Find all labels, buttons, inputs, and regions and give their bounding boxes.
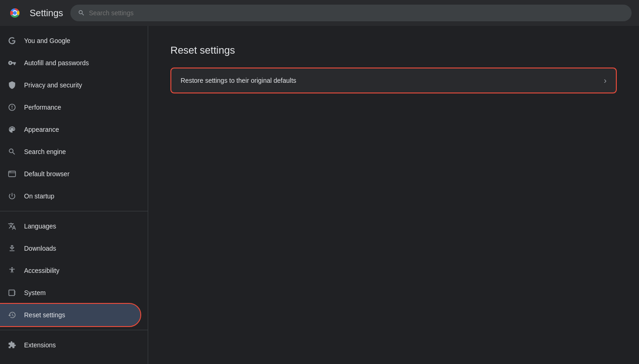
sidebar-label-system: System — [24, 289, 46, 296]
sidebar: You and Google Autofill and passwords Pr… — [0, 26, 148, 364]
sidebar-label-search-engine: Search engine — [24, 148, 66, 155]
sidebar-label-on-startup: On startup — [24, 192, 54, 200]
extensions-icon — [7, 340, 17, 350]
palette-icon — [7, 125, 17, 134]
search-engine-icon — [7, 147, 17, 156]
sidebar-label-default-browser: Default browser — [24, 170, 69, 178]
shield-icon — [7, 80, 17, 90]
sidebar-item-reset-settings[interactable]: Reset settings — [0, 304, 140, 326]
topbar: Settings — [0, 0, 639, 26]
download-icon — [7, 244, 17, 253]
sidebar-item-on-startup[interactable]: On startup — [0, 185, 140, 207]
sidebar-divider-1 — [0, 211, 148, 211]
chevron-right-icon: › — [604, 76, 607, 86]
settings-title: Settings — [30, 8, 63, 19]
gauge-icon — [7, 103, 17, 112]
accessibility-icon — [7, 266, 17, 275]
page-title: Reset settings — [170, 44, 617, 56]
sidebar-label-you-and-google: You and Google — [24, 37, 70, 44]
sidebar-label-autofill: Autofill and passwords — [24, 59, 89, 67]
sidebar-item-accessibility[interactable]: Accessibility — [0, 259, 140, 282]
search-bar[interactable] — [70, 5, 632, 21]
key-icon — [7, 58, 17, 68]
svg-point-4 — [9, 172, 10, 173]
sidebar-label-reset-settings: Reset settings — [24, 311, 65, 319]
sidebar-label-accessibility: Accessibility — [24, 267, 59, 274]
restore-defaults-card[interactable]: Restore settings to their original defau… — [170, 68, 617, 93]
sidebar-item-downloads[interactable]: Downloads — [0, 237, 140, 259]
chrome-logo-icon — [7, 6, 22, 20]
sidebar-item-default-browser[interactable]: Default browser — [0, 163, 140, 185]
sidebar-item-search-engine[interactable]: Search engine — [0, 141, 140, 163]
sidebar-label-appearance: Appearance — [24, 126, 59, 133]
sidebar-item-autofill[interactable]: Autofill and passwords — [0, 52, 140, 74]
google-icon — [7, 36, 17, 45]
sidebar-label-downloads: Downloads — [24, 245, 56, 252]
sidebar-label-privacy: Privacy and security — [24, 81, 82, 89]
reset-icon — [7, 310, 17, 320]
sidebar-item-performance[interactable]: Performance — [0, 96, 140, 118]
sidebar-label-languages: Languages — [24, 222, 56, 230]
main-content: Reset settings Restore settings to their… — [148, 26, 639, 364]
sidebar-item-you-and-google[interactable]: You and Google — [0, 30, 140, 52]
svg-point-2 — [13, 11, 17, 15]
translate-icon — [7, 222, 17, 231]
default-browser-icon — [7, 169, 17, 179]
sidebar-item-appearance[interactable]: Appearance — [0, 118, 140, 141]
svg-point-6 — [12, 267, 13, 269]
power-icon — [7, 191, 17, 201]
search-input[interactable] — [89, 9, 624, 17]
sidebar-item-languages[interactable]: Languages — [0, 215, 140, 237]
sidebar-item-system[interactable]: System — [0, 282, 140, 304]
restore-defaults-label: Restore settings to their original defau… — [181, 77, 296, 84]
search-icon — [78, 9, 85, 17]
sidebar-item-privacy[interactable]: Privacy and security — [0, 74, 140, 96]
layout: You and Google Autofill and passwords Pr… — [0, 26, 639, 364]
sidebar-divider-2 — [0, 330, 148, 330]
sidebar-item-extensions[interactable]: Extensions — [0, 334, 140, 356]
system-icon — [7, 288, 17, 297]
svg-point-5 — [10, 172, 11, 173]
sidebar-label-extensions: Extensions — [24, 341, 56, 349]
sidebar-label-performance: Performance — [24, 104, 61, 111]
